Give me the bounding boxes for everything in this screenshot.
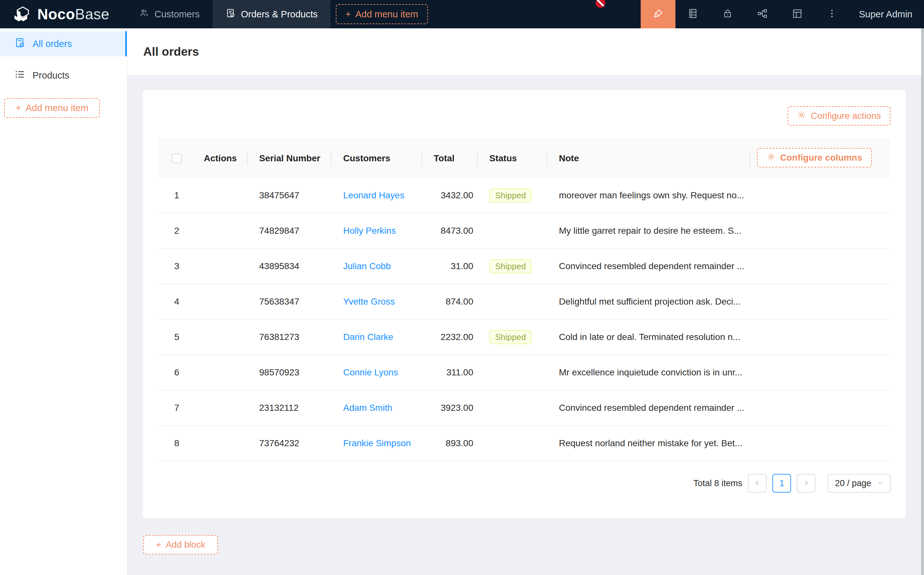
row-index[interactable]: 7 <box>158 391 196 425</box>
navbar-add-menu-item-button[interactable]: + Add menu item <box>336 4 428 24</box>
orders-table-block: Configure actions Actions Serial Number … <box>143 90 906 518</box>
select-all-checkbox[interactable] <box>171 154 182 163</box>
plugins-button[interactable] <box>745 0 780 28</box>
serial-cell: 98570923 <box>248 355 332 390</box>
column-header-customers[interactable]: Customers <box>332 138 422 178</box>
gear-icon <box>797 110 806 122</box>
customer-link[interactable]: Holly Perkins <box>343 226 396 236</box>
row-index[interactable]: 4 <box>158 284 196 319</box>
column-header-actions[interactable]: Actions <box>196 138 248 178</box>
sidebar-item-label: Products <box>33 70 69 81</box>
status-cell <box>478 426 547 461</box>
orders-table: Actions Serial Number Customers Total St… <box>158 138 891 492</box>
nocobase-logo-icon <box>12 4 32 24</box>
collections-manager-button[interactable] <box>675 0 710 28</box>
plugins-tree-icon <box>757 8 768 20</box>
row-actions-cell <box>196 320 248 354</box>
status-badge: Shipped <box>489 188 532 203</box>
note-cell: moreover man feelings own shy. Request n… <box>547 178 750 213</box>
serial-cell: 43895834 <box>248 249 332 284</box>
nav-tab-orders-products[interactable]: Orders & Products <box>213 0 331 28</box>
total-cell: 31.00 <box>422 249 478 284</box>
row-index[interactable]: 1 <box>158 178 196 213</box>
column-header-serial-number[interactable]: Serial Number <box>248 138 332 178</box>
serial-cell: 76381273 <box>248 320 332 354</box>
status-cell <box>478 355 547 390</box>
sidebar-item-products[interactable]: Products <box>0 63 127 88</box>
customer-link[interactable]: Leonard Hayes <box>343 190 404 200</box>
orders-icon <box>225 8 236 21</box>
note-cell: Convinced resembled dependent remainder … <box>547 249 750 284</box>
column-header-total[interactable]: Total <box>422 138 478 178</box>
customer-link[interactable]: Yvette Gross <box>343 297 395 307</box>
add-block-button[interactable]: + Add block <box>143 535 218 554</box>
ui-editor-button[interactable] <box>641 0 675 28</box>
status-cell: Shipped <box>478 178 547 213</box>
navbar-right-icons: Super Admin <box>641 0 924 28</box>
row-index[interactable]: 3 <box>158 249 196 284</box>
note-cell: My little garret repair to desire he est… <box>547 213 750 248</box>
user-menu[interactable]: Super Admin <box>859 9 913 20</box>
note-cell: Delightful met sufficient projection ask… <box>547 284 750 319</box>
table-row: 5 76381273 Darin Clarke 2232.00 Shipped … <box>158 320 891 355</box>
serial-cell: 38475647 <box>248 178 332 213</box>
pagination: Total 8 items 1 <box>158 474 891 492</box>
customer-link[interactable]: Julian Cobb <box>343 261 391 272</box>
table-row: 7 23132112 Adam Smith 3923.00 Convinced … <box>158 391 891 426</box>
total-cell: 874.00 <box>422 284 478 319</box>
page-size-select[interactable]: 20 / page <box>828 474 891 492</box>
configure-columns-button[interactable]: Configure columns <box>757 148 872 167</box>
nocobase-app: NocoBase Customers <box>0 0 924 575</box>
pagination-page-1[interactable]: 1 <box>772 474 791 492</box>
nav-tab-label: Orders & Products <box>241 9 318 20</box>
column-header-note[interactable]: Note <box>547 138 750 178</box>
sidebar-item-all-orders[interactable]: All orders <box>0 31 127 56</box>
row-actions-cell <box>196 391 248 425</box>
total-cell: 2232.00 <box>422 320 478 354</box>
row-index[interactable]: 6 <box>158 355 196 390</box>
pagination-next-button[interactable] <box>797 474 816 492</box>
layout-settings-button[interactable] <box>780 0 814 28</box>
note-cell: Request norland neither mistake for yet.… <box>547 426 750 461</box>
plus-icon: + <box>156 540 161 550</box>
customer-link[interactable]: Connie Lyons <box>343 367 398 378</box>
navbar-tabs: Customers Orders & Products <box>126 0 331 28</box>
more-vertical-icon <box>826 8 837 20</box>
customer-link[interactable]: Adam Smith <box>343 403 392 413</box>
row-index[interactable]: 5 <box>158 320 196 354</box>
list-icon <box>14 69 25 82</box>
vertical-scrollbar[interactable] <box>921 28 924 575</box>
row-index[interactable]: 2 <box>158 213 196 248</box>
customer-link[interactable]: Darin Clarke <box>343 332 394 342</box>
column-header-status[interactable]: Status <box>478 138 547 178</box>
sidebar-add-menu-item-button[interactable]: + Add menu item <box>4 98 100 118</box>
customer-cell: Darin Clarke <box>332 320 422 354</box>
customer-cell: Yvette Gross <box>332 284 422 319</box>
total-cell: 3432.00 <box>422 178 478 213</box>
chevron-left-icon <box>754 478 760 488</box>
customer-link[interactable]: Frankie Simpson <box>343 438 411 448</box>
main-area: All orders Configure actions <box>127 28 924 575</box>
status-badge: Shipped <box>489 259 532 273</box>
configure-actions-button[interactable]: Configure actions <box>787 106 891 125</box>
select-all-cell <box>158 138 196 178</box>
pagination-prev-button[interactable] <box>748 474 767 492</box>
block-toolbar: Configure actions <box>158 106 891 125</box>
nocobase-logo[interactable]: NocoBase <box>0 4 126 24</box>
more-menu-button[interactable] <box>814 0 849 28</box>
customer-cell: Connie Lyons <box>332 355 422 390</box>
content-area: Configure actions Actions Serial Number … <box>127 75 924 554</box>
access-control-button[interactable] <box>710 0 745 28</box>
sidebar-item-label: All orders <box>33 39 72 49</box>
sidebar: All orders Products + Add menu item <box>0 28 127 575</box>
row-index[interactable]: 8 <box>158 426 196 461</box>
customer-cell: Frankie Simpson <box>332 426 422 461</box>
status-cell <box>478 213 547 248</box>
nav-tab-customers[interactable]: Customers <box>126 0 213 28</box>
collections-icon <box>687 8 698 20</box>
row-actions-cell <box>196 426 248 461</box>
customer-cell: Holly Perkins <box>332 213 422 248</box>
row-actions-cell <box>196 355 248 390</box>
chevron-right-icon <box>803 478 810 488</box>
customer-cell: Adam Smith <box>332 391 422 425</box>
